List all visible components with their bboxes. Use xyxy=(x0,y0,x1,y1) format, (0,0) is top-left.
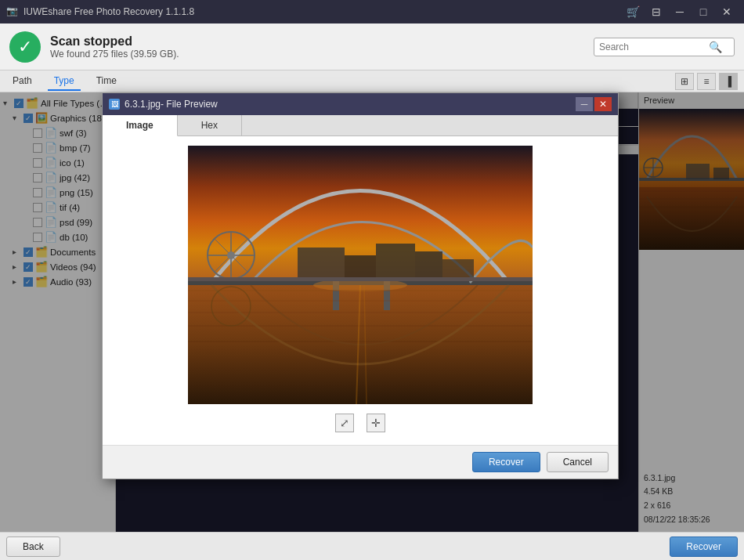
grid-view-button[interactable]: ⊞ xyxy=(675,73,694,90)
modal-title-bar: 🖼 6.3.1.jpg- File Preview ─ ✕ xyxy=(103,93,618,115)
search-input[interactable] xyxy=(599,42,709,52)
title-bar: 📷 IUWEshare Free Photo Recovery 1.1.1.8 … xyxy=(0,0,744,23)
modal-close-button[interactable]: ✕ xyxy=(594,97,612,111)
view-buttons: ⊞ ≡ ▐ xyxy=(675,73,738,90)
tab-type[interactable]: Type xyxy=(48,72,81,91)
fit-to-window-button[interactable]: ⤢ xyxy=(335,414,354,432)
svg-point-21 xyxy=(227,251,235,259)
actual-size-button[interactable]: ✛ xyxy=(367,414,385,432)
svg-rect-36 xyxy=(188,277,533,281)
status-icon: ✓ xyxy=(9,31,41,63)
minimize-button[interactable]: ─ xyxy=(669,3,691,20)
modal-overlay: 🖼 6.3.1.jpg- File Preview ─ ✕ Image Hex xyxy=(0,92,744,532)
status-subtitle: We found 275 files (39.59 GB). xyxy=(50,49,179,60)
modal-tab-image[interactable]: Image xyxy=(103,115,178,136)
search-box[interactable]: 🔍 xyxy=(594,38,735,56)
modal-tab-hex[interactable]: Hex xyxy=(178,115,242,135)
recover-button[interactable]: Recover xyxy=(670,537,738,557)
back-button[interactable]: Back xyxy=(6,537,60,557)
tab-path[interactable]: Path xyxy=(6,72,38,91)
svg-rect-24 xyxy=(376,244,415,280)
preview-image xyxy=(188,146,533,404)
modal-tabs: Image Hex xyxy=(103,115,618,136)
search-icon: 🔍 xyxy=(709,41,722,53)
modal-minimize-button[interactable]: ─ xyxy=(576,97,593,111)
status-title: Scan stopped xyxy=(50,34,179,49)
modal-footer: Recover Cancel xyxy=(103,445,618,479)
modal-icon: 🖼 xyxy=(109,99,120,110)
modal-recover-button[interactable]: Recover xyxy=(472,452,540,472)
maximize-button[interactable]: □ xyxy=(692,3,714,20)
restore-button[interactable]: ⊟ xyxy=(645,3,667,20)
tab-bar: Path Type Time ⊞ ≡ ▐ xyxy=(0,70,744,92)
status-text: Scan stopped We found 275 files (39.59 G… xyxy=(50,34,179,60)
title-bar-controls: 🛒 ⊟ ─ □ ✕ xyxy=(622,3,738,20)
split-view-button[interactable]: ▐ xyxy=(719,73,738,90)
image-tools: ⤢ ✛ xyxy=(335,410,385,435)
modal-body: ⤢ ✛ xyxy=(103,136,618,445)
list-view-button[interactable]: ≡ xyxy=(697,73,716,90)
check-icon: ✓ xyxy=(18,37,32,57)
main-area: ▾ 🗂️ All File Types (2... ▾ 🖼️ Graphics … xyxy=(0,92,744,532)
app-icon: 📷 xyxy=(6,5,19,18)
app-title: IUWEshare Free Photo Recovery 1.1.1.8 xyxy=(23,6,622,17)
svg-rect-22 xyxy=(298,247,345,280)
status-bar: ✓ Scan stopped We found 275 files (39.59… xyxy=(0,23,744,70)
preview-image-area xyxy=(188,146,533,404)
bottom-bar: Back Recover xyxy=(0,532,744,560)
file-preview-modal: 🖼 6.3.1.jpg- File Preview ─ ✕ Image Hex xyxy=(102,92,619,479)
modal-cancel-button[interactable]: Cancel xyxy=(547,452,609,472)
close-button[interactable]: ✕ xyxy=(716,3,738,20)
svg-rect-23 xyxy=(345,255,376,280)
svg-rect-26 xyxy=(442,259,474,280)
svg-rect-25 xyxy=(415,251,442,280)
tab-time[interactable]: Time xyxy=(90,72,123,91)
shop-button[interactable]: 🛒 xyxy=(622,3,644,20)
modal-title: 6.3.1.jpg- File Preview xyxy=(125,99,574,110)
